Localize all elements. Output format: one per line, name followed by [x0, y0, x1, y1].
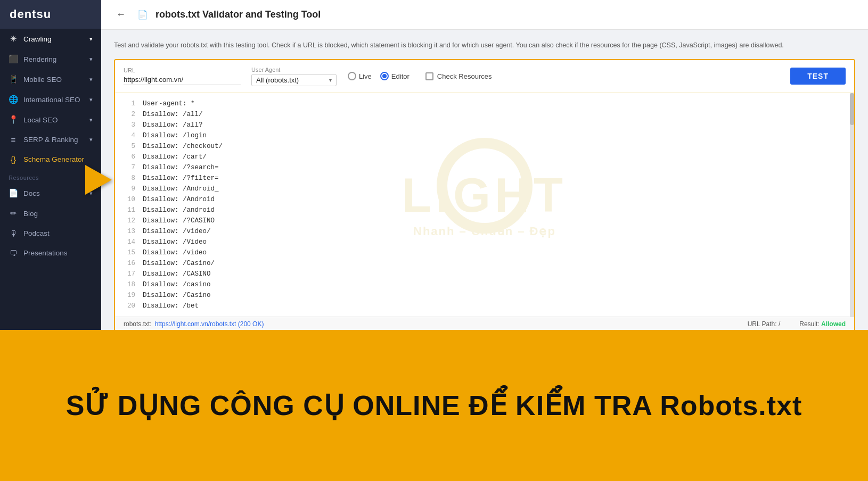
line-number: 4 — [120, 130, 135, 141]
sidebar-label-schema: Schema Generator — [23, 155, 84, 163]
line-number: 3 — [120, 120, 135, 130]
arrow-decoration — [85, 165, 112, 195]
code-line: 10Disallow: /Android — [115, 194, 854, 205]
topbar: ← 📄 robots.txt Validator and Testing Too… — [101, 0, 868, 30]
url-label: URL — [124, 67, 241, 73]
code-editor-area[interactable]: LIGHT Nhanh – Chuẩn – Đẹp 1User-agent: *… — [115, 93, 854, 317]
sidebar-label-podcast: Podcast — [23, 229, 50, 237]
chevron-icon: ▾ — [89, 96, 93, 103]
result-value: Allowed — [821, 320, 846, 328]
rendering-icon: ⬛ — [9, 54, 18, 64]
code-line: 12Disallow: /?CASINO — [115, 215, 854, 226]
sidebar-label-local: Local SEO — [23, 116, 58, 124]
code-line: 4Disallow: /login — [115, 130, 854, 141]
result-label: Result: Allowed — [799, 320, 846, 328]
code-line: 15Disallow: /video — [115, 247, 854, 258]
url-input[interactable] — [124, 74, 241, 85]
code-line: 14Disallow: /Video — [115, 237, 854, 247]
line-content: Disallow: /Video — [143, 237, 207, 247]
sidebar-item-serp-ranking[interactable]: ≡ SERP & Ranking ▾ — [0, 130, 101, 150]
line-content: Disallow: /Casino/ — [143, 258, 215, 269]
line-content: Disallow: /Android — [143, 194, 215, 205]
sidebar-item-blog[interactable]: ✏ Blog — [0, 203, 101, 223]
line-content: Disallow: /video/ — [143, 226, 211, 237]
robots-url-link[interactable]: https://light.com.vn/robots.txt (200 OK) — [155, 320, 264, 328]
sidebar-label-blog: Blog — [23, 210, 38, 218]
line-number: 10 — [120, 194, 135, 205]
radio-live[interactable]: Live — [348, 72, 372, 80]
code-line: 1User-agent: * — [115, 98, 854, 109]
line-content: Disallow: /Android_ — [143, 184, 219, 194]
code-line: 11Disallow: /android — [115, 205, 854, 215]
line-number: 16 — [120, 258, 135, 269]
crawling-icon: ✳ — [9, 34, 18, 44]
radio-editor-circle — [380, 72, 389, 80]
line-number: 20 — [120, 301, 135, 311]
file-icon: 📄 — [137, 10, 148, 20]
international-icon: 🌐 — [9, 95, 18, 104]
line-content: Disallow: /CASINO — [143, 269, 211, 279]
chevron-icon: ▾ — [89, 136, 93, 143]
robots-label: robots.txt: — [124, 320, 152, 328]
code-line: 3Disallow: /all? — [115, 120, 854, 130]
user-agent-select-wrap: All (robots.txt) Googlebot Bingbot Yande… — [251, 74, 332, 86]
sidebar-label-rendering: Rendering — [23, 55, 56, 63]
line-number: 18 — [120, 279, 135, 290]
radio-live-circle — [348, 72, 356, 80]
chevron-icon: ▾ — [89, 76, 93, 83]
code-line: 6Disallow: /cart/ — [115, 152, 854, 162]
radio-group: Live Editor — [348, 72, 410, 80]
line-content: Disallow: /bet — [143, 301, 199, 311]
sidebar-item-podcast[interactable]: 🎙 Podcast — [0, 223, 101, 243]
sidebar-item-international-seo[interactable]: 🌐 International SEO ▾ — [0, 89, 101, 110]
schema-icon: {} — [9, 155, 18, 164]
code-line: 5Disallow: /checkout/ — [115, 141, 854, 152]
line-content: Disallow: /cart/ — [143, 152, 207, 162]
test-button[interactable]: TEST — [790, 68, 846, 85]
check-resources-checkbox[interactable] — [425, 72, 433, 80]
check-resources-label: Check Resources — [437, 72, 492, 80]
docs-icon: 📄 — [9, 188, 18, 198]
line-number: 12 — [120, 215, 135, 226]
code-line: 2Disallow: /all/ — [115, 109, 854, 120]
code-line: 19Disallow: /Casino — [115, 290, 854, 301]
status-bar: robots.txt: https://light.com.vn/robots.… — [115, 317, 854, 330]
code-line: 8Disallow: /?filter= — [115, 173, 854, 184]
radio-editor-label: Editor — [391, 72, 410, 80]
sidebar-item-rendering[interactable]: ⬛ Rendering ▾ — [0, 49, 101, 69]
line-content: Disallow: /?filter= — [143, 173, 219, 184]
page-title: robots.txt Validator and Testing Tool — [155, 9, 321, 20]
user-agent-select[interactable]: All (robots.txt) Googlebot Bingbot Yande… — [251, 74, 337, 86]
line-number: 5 — [120, 141, 135, 152]
sidebar-item-mobile-seo[interactable]: 📱 Mobile SEO ▾ — [0, 69, 101, 89]
check-resources-group[interactable]: Check Resources — [425, 72, 492, 80]
mobile-icon: 📱 — [9, 74, 18, 84]
chevron-icon: ▾ — [89, 56, 93, 63]
sidebar-item-crawling[interactable]: ✳ Crawling ▾ — [0, 29, 101, 49]
line-content: Disallow: /checkout/ — [143, 141, 223, 152]
sidebar-label-crawling: Crawling — [23, 35, 52, 43]
serp-icon: ≡ — [9, 135, 18, 144]
radio-editor[interactable]: Editor — [380, 72, 410, 80]
code-line: 13Disallow: /video/ — [115, 226, 854, 237]
tool-box: URL User Agent All (robots.txt) Googlebo… — [114, 59, 855, 330]
description-text: Test and validate your robots.txt with t… — [114, 40, 855, 51]
presentations-icon: 🗨 — [9, 248, 18, 258]
sidebar-label-presentations: Presentations — [23, 249, 68, 257]
line-number: 8 — [120, 173, 135, 184]
line-number: 6 — [120, 152, 135, 162]
sidebar-logo: dentsu — [0, 0, 101, 29]
line-content: Disallow: /?search= — [143, 162, 219, 173]
line-number: 11 — [120, 205, 135, 215]
url-field-group: URL — [124, 67, 241, 85]
content-area: Test and validate your robots.txt with t… — [101, 30, 868, 330]
line-content: Disallow: /casino — [143, 279, 211, 290]
back-button[interactable]: ← — [112, 7, 130, 22]
line-content: Disallow: /all/ — [143, 109, 203, 120]
line-content: Disallow: /android — [143, 205, 215, 215]
code-line: 7Disallow: /?search= — [115, 162, 854, 173]
line-number: 15 — [120, 247, 135, 258]
code-lines: 1User-agent: *2Disallow: /all/3Disallow:… — [115, 93, 854, 317]
sidebar-item-local-seo[interactable]: 📍 Local SEO ▾ — [0, 110, 101, 130]
sidebar-item-presentations[interactable]: 🗨 Presentations — [0, 243, 101, 263]
